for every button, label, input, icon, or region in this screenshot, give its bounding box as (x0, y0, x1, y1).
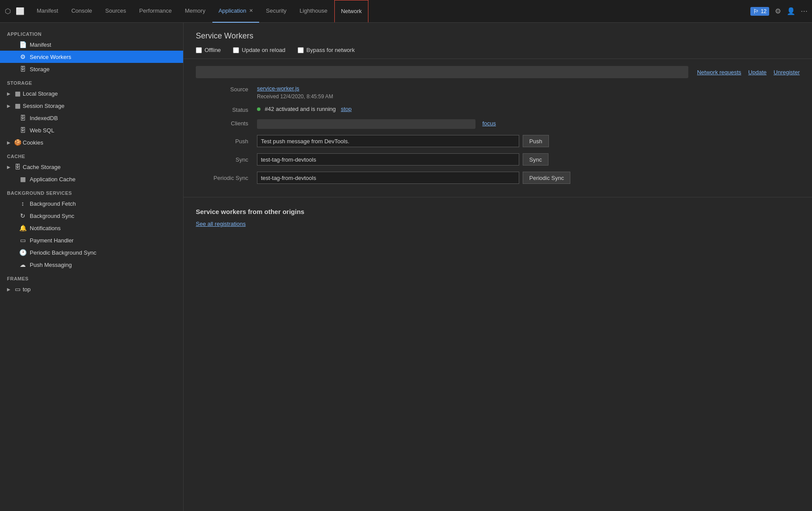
offline-checkbox-input[interactable] (196, 47, 202, 53)
push-button[interactable]: Push (523, 135, 549, 147)
bg-sync-icon: ↻ (19, 212, 26, 219)
sync-input[interactable] (257, 153, 519, 166)
sidebar-item-session-storage[interactable]: ▶ ▦ Session Storage (0, 100, 183, 112)
arrow-icon: ▶ (7, 287, 10, 292)
sidebar-section-frames: Frames (0, 271, 183, 283)
sidebar-item-background-fetch[interactable]: ↕ Background Fetch (0, 197, 183, 210)
tab-sources[interactable]: Sources (99, 0, 132, 23)
clients-focus-link[interactable]: focus (482, 120, 496, 127)
cursor-icon[interactable]: ⬡ (3, 7, 12, 16)
sw-checkboxes: Offline Update on reload Bypass for netw… (196, 47, 800, 53)
status-text: #42 activated and is running (265, 106, 336, 112)
sw-status-row: Status #42 activated and is running stop (196, 106, 800, 113)
push-messaging-icon: ☁ (19, 261, 26, 268)
more-icon[interactable]: ⋯ (800, 7, 809, 16)
tab-performance[interactable]: Performance (133, 0, 178, 23)
payment-icon: ▭ (19, 237, 26, 244)
device-icon[interactable]: ⬜ (16, 7, 24, 16)
cookies-icon: 🍪 (14, 139, 21, 146)
sw-clients-row: Clients focus (196, 119, 800, 129)
sync-button[interactable]: Sync (523, 153, 548, 166)
sidebar-item-notifications[interactable]: 🔔 Notifications (0, 222, 183, 234)
bypass-network-input[interactable] (298, 47, 304, 53)
sw-entry-header: Network requests Update Unregister (196, 66, 800, 78)
bypass-for-network-checkbox[interactable]: Bypass for network (298, 47, 355, 53)
settings-icon[interactable]: ⚙ (774, 7, 782, 16)
sidebar-item-application-cache[interactable]: ▦ Application Cache (0, 173, 183, 185)
periodic-sync-icon: 🕐 (19, 249, 26, 256)
tab-console[interactable]: Console (65, 0, 98, 23)
sidebar-item-manifest[interactable]: 📄 Manifest (0, 38, 183, 51)
arrow-icon: ▶ (7, 91, 10, 96)
sidebar-item-service-workers[interactable]: ⚙ Service Workers (0, 51, 183, 63)
periodic-sync-label: Periodic Sync (196, 175, 248, 181)
clients-value: focus (257, 119, 800, 129)
tab-application[interactable]: Application ✕ (212, 0, 259, 23)
sidebar-item-local-storage[interactable]: ▶ ▦ Local Storage (0, 87, 183, 100)
sidebar-item-storage[interactable]: 🗄 Storage (0, 63, 183, 75)
arrow-icon: ▶ (7, 104, 10, 108)
push-input[interactable] (257, 135, 519, 147)
sync-label: Sync (196, 156, 248, 163)
sw-header: Service Workers Offline Update on reload… (184, 23, 812, 59)
other-origins-title: Service workers from other origins (196, 208, 800, 215)
sidebar: Application 📄 Manifest ⚙ Service Workers… (0, 23, 184, 511)
status-stop-link[interactable]: stop (341, 106, 352, 112)
tab-network[interactable]: Network (334, 0, 368, 23)
profile-icon[interactable]: 👤 (787, 7, 795, 16)
flag-badge[interactable]: 🏳 12 (750, 7, 769, 16)
manifest-icon: 📄 (19, 41, 26, 48)
sidebar-item-background-sync[interactable]: ↻ Background Sync (0, 210, 183, 222)
clients-label: Clients (196, 119, 248, 127)
arrow-icon: ▶ (7, 165, 10, 169)
sidebar-item-cookies[interactable]: ▶ 🍪 Cookies (0, 136, 183, 148)
tab-bar: ⬡ ⬜ Manifest Console Sources Performance… (0, 0, 812, 23)
flag-icon: 🏳 (753, 8, 759, 15)
local-storage-icon: ▦ (14, 90, 21, 97)
tab-lighthouse[interactable]: Lighthouse (294, 0, 334, 23)
tab-security[interactable]: Security (260, 0, 293, 23)
main-content: Service Workers Offline Update on reload… (184, 23, 812, 511)
sw-entry: Network requests Update Unregister Sourc… (184, 59, 812, 197)
source-received: Received 12/4/2020, 8:45:59 AM (257, 93, 800, 100)
update-reload-input[interactable] (233, 47, 239, 53)
cache-storage-icon: 🗄 (14, 163, 21, 170)
session-storage-icon: ▦ (14, 102, 21, 109)
periodic-sync-input[interactable] (257, 172, 519, 184)
push-label: Push (196, 138, 248, 145)
main-layout: Application 📄 Manifest ⚙ Service Workers… (0, 23, 812, 511)
sw-entry-actions: Network requests Update Unregister (697, 69, 800, 76)
service-workers-icon: ⚙ (19, 53, 26, 60)
sidebar-section-application: Application (0, 26, 183, 38)
tab-memory[interactable]: Memory (179, 0, 212, 23)
sidebar-item-push-messaging[interactable]: ☁ Push Messaging (0, 259, 183, 271)
sidebar-item-top[interactable]: ▶ ▭ top (0, 283, 183, 295)
storage-icon: 🗄 (19, 66, 26, 73)
network-requests-link[interactable]: Network requests (697, 69, 741, 76)
sidebar-item-periodic-bg-sync[interactable]: 🕐 Periodic Background Sync (0, 246, 183, 259)
update-link[interactable]: Update (748, 69, 767, 76)
sidebar-item-cache-storage[interactable]: ▶ 🗄 Cache Storage (0, 161, 183, 173)
sidebar-item-payment-handler[interactable]: ▭ Payment Handler (0, 234, 183, 246)
unregister-link[interactable]: Unregister (774, 69, 800, 76)
sidebar-section-background: Background Services (0, 185, 183, 197)
periodic-sync-button[interactable]: Periodic Sync (523, 172, 570, 184)
other-origins-section: Service workers from other origins See a… (184, 197, 812, 238)
websql-icon: 🗄 (19, 127, 26, 134)
notifications-icon: 🔔 (19, 224, 26, 231)
offline-checkbox[interactable]: Offline (196, 47, 221, 53)
clients-bar (257, 119, 475, 129)
see-all-registrations-link[interactable]: See all registrations (196, 221, 246, 227)
source-file-link[interactable]: service-worker.js (257, 85, 299, 92)
update-on-reload-checkbox[interactable]: Update on reload (233, 47, 285, 53)
sw-source-row: Source service-worker.js Received 12/4/2… (196, 85, 800, 100)
arrow-icon: ▶ (7, 140, 10, 145)
tab-close-icon[interactable]: ✕ (249, 8, 253, 14)
tab-elements[interactable]: Manifest (31, 0, 64, 23)
sidebar-item-web-sql[interactable]: 🗄 Web SQL (0, 124, 183, 136)
app-cache-icon: ▦ (19, 176, 26, 183)
status-value: #42 activated and is running stop (257, 106, 800, 112)
sidebar-item-indexeddb[interactable]: 🗄 IndexedDB (0, 112, 183, 124)
bg-fetch-icon: ↕ (19, 200, 26, 207)
sidebar-section-storage: Storage (0, 75, 183, 87)
